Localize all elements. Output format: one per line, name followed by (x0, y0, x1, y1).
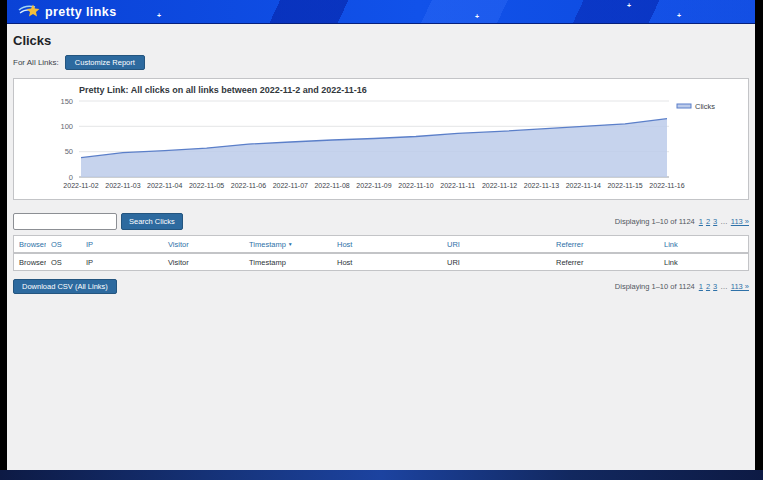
svg-text:2022-11-16: 2022-11-16 (649, 182, 684, 189)
sparkle-icon: + (475, 13, 479, 20)
svg-text:2022-11-06: 2022-11-06 (231, 182, 266, 189)
svg-text:2022-11-08: 2022-11-08 (314, 182, 349, 189)
brand-name: pretty links (45, 5, 117, 19)
column-header-host[interactable]: Host (332, 240, 442, 249)
svg-text:150: 150 (60, 97, 73, 106)
page-ellipsis: … (720, 282, 728, 291)
pagination-top: Displaying 1–10 of 1124 123…113 » (615, 217, 749, 226)
svg-text:2022-11-09: 2022-11-09 (356, 182, 391, 189)
pagination-links: 123…113 » (699, 217, 749, 226)
window-bottom-strip (0, 470, 763, 480)
svg-text:50: 50 (65, 147, 73, 156)
svg-text:2022-11-07: 2022-11-07 (273, 182, 308, 189)
sparkle-icon: + (157, 12, 161, 19)
column-header-os[interactable]: OS (46, 240, 81, 249)
for-all-links-label: For All Links: (13, 58, 59, 67)
table-footer-row: BrowserOSIPVisitorTimestampHostURIReferr… (14, 253, 748, 270)
svg-text:2022-11-12: 2022-11-12 (482, 182, 517, 189)
sort-desc-icon: ▼ (288, 241, 293, 247)
pagination-summary: Displaying 1–10 of 1124 (615, 282, 695, 291)
customize-report-button[interactable]: Customize Report (65, 55, 145, 70)
pretty-links-logo: pretty links (18, 3, 117, 20)
page-link-3[interactable]: 3 (713, 282, 717, 291)
chart-title: Pretty Link: All clicks on all links bet… (79, 85, 748, 95)
pagination-links: 123…113 » (699, 282, 749, 291)
brand-header: pretty links + + + + (7, 0, 755, 24)
column-header-visitor[interactable]: Visitor (163, 240, 244, 249)
column-header-referrer[interactable]: Referrer (551, 240, 659, 249)
footer-column-link: Link (659, 258, 748, 267)
footer-column-host: Host (332, 258, 442, 267)
svg-text:2022-11-02: 2022-11-02 (63, 182, 98, 189)
sparkle-icon: + (677, 12, 681, 19)
page-title: Clicks (13, 33, 749, 48)
svg-text:2022-11-03: 2022-11-03 (105, 182, 140, 189)
page-link-last[interactable]: 113 » (731, 282, 749, 291)
svg-text:2022-11-14: 2022-11-14 (566, 182, 601, 189)
pagination-summary: Displaying 1–10 of 1124 (615, 217, 695, 226)
search-input[interactable] (13, 213, 117, 230)
page-link-2[interactable]: 2 (706, 282, 710, 291)
admin-page: pretty links + + + + Clicks For All Link… (7, 0, 755, 470)
sparkle-icon: + (627, 2, 631, 9)
column-header-ip[interactable]: IP (81, 240, 163, 249)
legend-label: Clicks (695, 102, 715, 111)
clicks-chart-panel: Pretty Link: All clicks on all links bet… (13, 78, 749, 200)
page-link-1[interactable]: 1 (699, 217, 703, 226)
svg-text:0: 0 (69, 173, 73, 182)
page-link-3[interactable]: 3 (713, 217, 717, 226)
page-link-1[interactable]: 1 (699, 282, 703, 291)
svg-text:2022-11-13: 2022-11-13 (524, 182, 559, 189)
clicks-area-chart: 0501001502022-11-022022-11-032022-11-042… (14, 96, 749, 196)
screen: pretty links + + + + Clicks For All Link… (0, 0, 763, 480)
svg-text:2022-11-05: 2022-11-05 (189, 182, 224, 189)
column-header-link[interactable]: Link (659, 240, 748, 249)
footer-column-browser: Browser (14, 258, 46, 267)
page-link-2[interactable]: 2 (706, 217, 710, 226)
footer-column-uri: URI (442, 258, 551, 267)
svg-text:2022-11-15: 2022-11-15 (607, 182, 642, 189)
pagination-bottom: Displaying 1–10 of 1124 123…113 » (615, 282, 749, 291)
legend-swatch (677, 104, 691, 108)
footer-column-visitor: Visitor (163, 258, 244, 267)
table-header-row: BrowserOSIPVisitorTimestamp▼HostURIRefer… (14, 236, 748, 253)
page-ellipsis: … (720, 217, 728, 226)
svg-text:2022-11-10: 2022-11-10 (398, 182, 433, 189)
svg-text:2022-11-11: 2022-11-11 (440, 182, 475, 189)
download-csv-button[interactable]: Download CSV (All Links) (13, 279, 117, 294)
clicks-table: BrowserOSIPVisitorTimestamp▼HostURIRefer… (13, 235, 749, 271)
footer-column-ip: IP (81, 258, 163, 267)
svg-text:100: 100 (60, 122, 73, 131)
page-link-last[interactable]: 113 » (731, 217, 749, 226)
column-header-timestamp[interactable]: Timestamp▼ (244, 240, 332, 249)
star-swoosh-icon (18, 3, 42, 20)
footer-column-referrer: Referrer (551, 258, 659, 267)
column-header-browser[interactable]: Browser (14, 240, 46, 249)
column-header-uri[interactable]: URI (442, 240, 551, 249)
search-clicks-button[interactable]: Search Clicks (121, 213, 183, 230)
svg-text:2022-11-04: 2022-11-04 (147, 182, 182, 189)
footer-column-os: OS (46, 258, 81, 267)
footer-column-timestamp: Timestamp (244, 258, 332, 267)
